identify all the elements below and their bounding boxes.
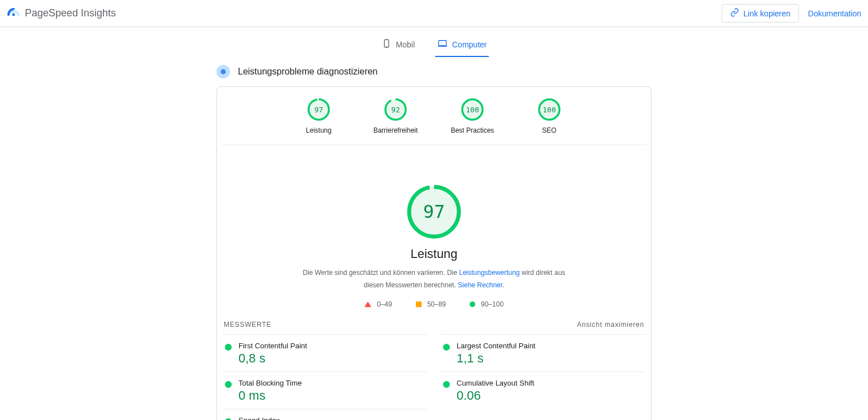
computer-icon (437, 38, 448, 50)
gauge-best-practices[interactable]: 100 Best Practices (450, 98, 495, 134)
legend-good: 90–100 (470, 300, 504, 308)
metric-value: 1,1 s (457, 351, 535, 366)
mobile-icon (381, 38, 392, 50)
gauge-ring: 100 (461, 98, 484, 121)
status-dot-icon (443, 381, 450, 388)
copy-link-label: Link kopieren (744, 9, 791, 18)
metric-value: 0 ms (238, 388, 302, 403)
metric-name: Total Blocking Time (238, 379, 302, 387)
performance-gauge: 97 (407, 185, 461, 239)
tab-mobile-label: Mobil (396, 40, 415, 49)
svg-point-0 (12, 14, 15, 16)
gauge-score: 100 (538, 98, 561, 121)
metric-lcp: Largest Contentful Paint 1,1 s (441, 334, 645, 371)
section-header: Leistungsprobleme diagnostizieren (216, 65, 652, 78)
svg-rect-3 (439, 41, 446, 46)
calculator-link[interactable]: Siehe Rechner (458, 281, 502, 289)
gauge-barrierefreiheit[interactable]: 92 Barrierefreiheit (373, 98, 418, 134)
metric-name: First Contentful Paint (238, 342, 307, 350)
performance-section: 97 Leistung Die Werte sind geschätzt und… (219, 145, 649, 315)
gauge-ring: 100 (538, 98, 561, 121)
status-dot-icon (225, 381, 232, 388)
gauge-score: 97 (307, 98, 330, 121)
section-title: Leistungsprobleme diagnostizieren (238, 67, 377, 77)
metric-cls: Cumulative Layout Shift 0.06 (441, 371, 645, 409)
metric-si: Speed Index 0,8 s (223, 409, 427, 420)
metric-fcp: First Contentful Paint 0,8 s (223, 334, 427, 371)
tab-computer-label: Computer (452, 40, 487, 49)
gauge-leistung[interactable]: 97 Leistung (296, 98, 341, 134)
desc-text: Die Werte sind geschätzt und können vari… (303, 269, 459, 277)
triangle-icon (364, 301, 371, 307)
metric-name: Cumulative Layout Shift (457, 379, 534, 387)
status-dot-icon (225, 344, 232, 351)
performance-description: Die Werte sind geschätzt und können vari… (298, 267, 570, 291)
gauge-label: SEO (542, 126, 556, 134)
copy-link-button[interactable]: Link kopieren (722, 4, 799, 23)
legend-label: 90–100 (481, 300, 504, 308)
metric-value: 0.06 (457, 388, 534, 403)
tab-computer[interactable]: Computer (435, 32, 489, 57)
metrics-header: Messwerte Ansicht maximieren (219, 315, 649, 334)
device-tabs: Mobil Computer (0, 32, 868, 57)
svg-point-2 (386, 46, 387, 47)
diagnose-icon (216, 65, 230, 78)
brand[interactable]: PageSpeed Insights (7, 6, 116, 21)
report-card: 97 Leistung 92 Barrierefreiheit 100 Best… (216, 86, 652, 420)
category-gauges: 97 Leistung 92 Barrierefreiheit 100 Best… (222, 98, 646, 145)
gauge-score: 92 (384, 98, 407, 121)
gauge-label: Best Practices (451, 126, 494, 134)
header-actions: Link kopieren Dokumentation (722, 4, 861, 23)
metrics-title: Messwerte (224, 321, 271, 329)
gauge-seo[interactable]: 100 SEO (527, 98, 572, 134)
desc-text: . (502, 281, 504, 289)
tab-mobile[interactable]: Mobil (379, 32, 417, 57)
performance-score: 97 (407, 185, 461, 239)
expand-view-button[interactable]: Ansicht maximieren (577, 321, 644, 329)
documentation-link[interactable]: Dokumentation (808, 9, 861, 18)
gauge-ring: 97 (307, 98, 330, 121)
link-icon (730, 8, 739, 19)
gauge-ring: 92 (384, 98, 407, 121)
rating-link[interactable]: Leistungsbewertung (459, 269, 519, 277)
square-icon (416, 301, 422, 307)
app-header: PageSpeed Insights Link kopieren Dokumen… (0, 0, 868, 27)
circle-icon (470, 301, 475, 307)
metric-tbt: Total Blocking Time 0 ms (223, 371, 427, 409)
score-legend: 0–49 50–89 90–100 (364, 300, 504, 308)
legend-label: 0–49 (377, 300, 392, 308)
performance-title: Leistung (410, 247, 457, 261)
gauge-label: Barrierefreiheit (374, 126, 418, 134)
status-dot-icon (443, 344, 450, 351)
metrics-grid: First Contentful Paint 0,8 s Largest Con… (219, 334, 649, 420)
metric-name: Speed Index (238, 416, 280, 420)
gauge-label: Leistung (306, 126, 331, 134)
legend-bad: 0–49 (364, 300, 392, 308)
app-title: PageSpeed Insights (25, 7, 116, 19)
pagespeed-logo-icon (7, 6, 20, 21)
legend-mid: 50–89 (416, 300, 446, 308)
legend-label: 50–89 (427, 300, 446, 308)
gauge-score: 100 (461, 98, 484, 121)
metric-name: Largest Contentful Paint (457, 342, 535, 350)
main-content: Leistungsprobleme diagnostizieren 97 Lei… (216, 65, 652, 420)
metric-value: 0,8 s (238, 351, 307, 366)
